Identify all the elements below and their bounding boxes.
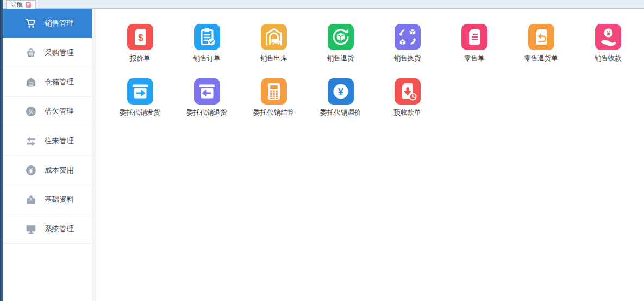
- tile-label: 销售出库: [260, 54, 287, 63]
- svg-text:¥: ¥: [337, 86, 343, 97]
- yen-coin-icon: ¥: [25, 164, 37, 176]
- sidebar-item-label: 采购管理: [45, 48, 74, 58]
- calculator-icon: [261, 78, 287, 105]
- tile-retail-order[interactable]: 零售单: [441, 24, 508, 63]
- box-return-icon: [328, 24, 354, 50]
- tile-sales-exchange[interactable]: 销售换货: [374, 24, 441, 63]
- box-arrow-right-icon: [127, 78, 153, 105]
- monitor-icon: [25, 223, 37, 235]
- sidebar-item-basic-data[interactable]: 基础资料: [3, 185, 92, 214]
- sidebar-item-contacts-management[interactable]: 往来管理: [3, 126, 92, 156]
- tile-label: 报价单: [130, 54, 151, 63]
- tile-sales-outbound[interactable]: 销售出库: [240, 24, 307, 63]
- tile-label: 委托代销发货: [120, 108, 160, 117]
- warehouse-truck-icon: [261, 24, 287, 50]
- sidebar-item-label: 系统管理: [45, 224, 74, 234]
- tile-label: 销售订单: [193, 54, 221, 63]
- sidebar-item-label: 销售管理: [45, 19, 74, 28]
- main-content: $ 报价单 销售订单: [96, 9, 644, 301]
- tile-label: 销售退货: [327, 54, 354, 63]
- basket-icon: [25, 47, 37, 59]
- package-icon: [25, 194, 37, 206]
- tile-label: 预收款单: [394, 108, 421, 117]
- sidebar-item-label: 往来管理: [45, 136, 74, 146]
- doc-undo-icon: [528, 24, 554, 50]
- sidebar-splitter[interactable]: [92, 9, 96, 301]
- svg-text:欠: 欠: [28, 108, 34, 114]
- sidebar-item-debt-management[interactable]: 欠 借欠管理: [3, 97, 92, 126]
- sidebar-item-warehouse-management[interactable]: 仓储管理: [3, 67, 92, 97]
- app-tile-grid: $ 报价单 销售订单: [96, 9, 641, 133]
- svg-text:¥: ¥: [607, 30, 610, 36]
- tile-label: 销售收款: [595, 54, 622, 63]
- sidebar-item-purchase-management[interactable]: 采购管理: [3, 38, 92, 67]
- tile-label: 零售退货单: [524, 54, 558, 63]
- yen-circle-icon: ¥: [328, 78, 354, 105]
- hand-coin-icon: ¥: [595, 24, 621, 50]
- tile-consignment-ship[interactable]: 委托代销发货: [107, 78, 173, 117]
- close-icon[interactable]: [26, 2, 31, 8]
- sidebar-item-label: 借欠管理: [45, 107, 74, 116]
- cart-icon: [25, 17, 37, 29]
- sidebar-item-sales-management[interactable]: 销售管理: [3, 9, 92, 38]
- sidebar-item-label: 仓储管理: [45, 77, 74, 87]
- tile-label: 委托代销调价: [320, 108, 361, 117]
- warehouse-icon: [25, 76, 37, 88]
- tile-consignment-return[interactable]: 委托代销退货: [173, 78, 240, 117]
- tile-sales-return[interactable]: 销售退货: [307, 24, 374, 63]
- tile-label: 委托代销结算: [253, 108, 294, 117]
- sidebar-item-label: 成本费用: [45, 165, 74, 175]
- tab-navigation[interactable]: 导航: [6, 0, 36, 9]
- tile-label: 委托代销退货: [186, 108, 227, 117]
- transfer-arrows-icon: [25, 135, 37, 147]
- tab-bar: 导航: [3, 0, 644, 9]
- sidebar-item-system-management[interactable]: 系统管理: [3, 214, 92, 244]
- tile-quotation[interactable]: $ 报价单: [107, 24, 173, 63]
- sidebar: 销售管理 采购管理 仓储管理 欠 借欠管理: [3, 9, 92, 301]
- tab-label: 导航: [11, 2, 23, 8]
- sidebar-item-cost-expense[interactable]: ¥ 成本费用: [3, 156, 92, 185]
- clipboard-check-icon: [194, 24, 220, 50]
- tile-advance-receipt[interactable]: 预收款单: [374, 78, 441, 117]
- tile-retail-return[interactable]: 零售退货单: [508, 24, 574, 63]
- tile-label: 零售单: [464, 54, 485, 63]
- tile-sales-collection[interactable]: ¥ 销售收款: [574, 24, 641, 63]
- doc-down-clock-icon: [395, 78, 421, 105]
- svg-text:¥: ¥: [29, 167, 33, 174]
- tile-sales-order[interactable]: 销售订单: [173, 24, 240, 63]
- sidebar-item-label: 基础资料: [45, 195, 74, 205]
- tile-consignment-settle[interactable]: 委托代销结算: [240, 78, 307, 117]
- boxes-swap-icon: [395, 24, 421, 50]
- svg-text:$: $: [138, 33, 143, 43]
- tile-consignment-reprice[interactable]: ¥ 委托代销调价: [307, 78, 374, 117]
- doc-lines-icon: [461, 24, 487, 50]
- doc-dollar-icon: $: [127, 24, 153, 50]
- tile-label: 销售换货: [394, 54, 421, 63]
- box-arrow-left-icon: [194, 78, 220, 105]
- debt-circle-icon: 欠: [25, 106, 37, 118]
